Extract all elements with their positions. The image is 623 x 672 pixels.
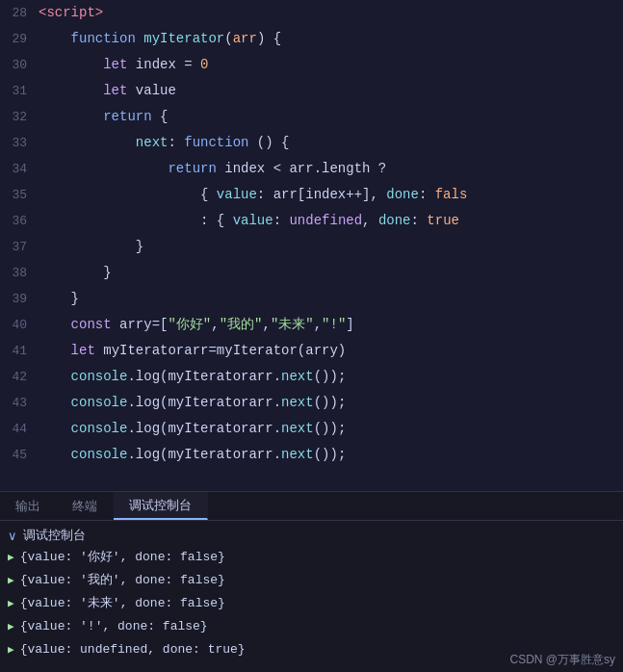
token-plain: value (127, 83, 175, 98)
tab-debug-console[interactable]: 调试控制台 (114, 492, 208, 520)
code-content: function myIterator(arr) { (39, 26, 281, 51)
editor-area: 28<script>29 function myIterator(arr) {3… (0, 0, 623, 491)
token-kw-let: let (71, 343, 95, 358)
token-plain: ()); (314, 421, 347, 436)
token-obj-key: value (233, 213, 273, 228)
code-content: console.log(myIteratorarr.next()); (39, 416, 346, 441)
console-line-text: {value: '!', done: false} (20, 616, 208, 637)
line-number: 36 (0, 209, 39, 234)
token-str: "未来" (271, 317, 314, 332)
token-indent (39, 187, 200, 202)
code-row: 31 let value (0, 78, 623, 104)
token-indent (39, 83, 103, 98)
code-content: const arry=["你好","我的","未来","!"] (39, 312, 354, 337)
code-row: 36 : { value: undefined, done: true (0, 208, 623, 234)
code-content: } (39, 234, 143, 259)
token-prop: next (136, 135, 169, 150)
line-number: 39 (0, 287, 39, 312)
line-number: 37 (0, 235, 39, 260)
token-obj-key: value (217, 187, 257, 202)
token-plain: , (211, 317, 219, 332)
line-number: 38 (0, 261, 39, 286)
token-kw-let: let (103, 83, 127, 98)
code-row: 45 console.log(myIteratorarr.next()); (0, 442, 623, 468)
code-row: 40 const arry=["你好","我的","未来","!"] (0, 312, 623, 338)
tab-terminal[interactable]: 终端 (57, 492, 114, 520)
token-indent (39, 239, 136, 254)
token-undefined-kw: undefined (289, 213, 362, 228)
console-output-line: ▶{value: '!', done: false} (0, 615, 623, 638)
token-kw: function (184, 135, 248, 150)
token-indent (39, 31, 71, 46)
line-number: 43 (0, 391, 39, 416)
token-param: arr (233, 31, 257, 46)
console-panel: ∨ 调试控制台 ▶{value: '你好', done: false}▶{val… (0, 521, 623, 672)
token-plain: , (362, 213, 378, 228)
code-row: 37 } (0, 234, 623, 260)
console-line-text: {value: '你好', done: false} (20, 547, 225, 568)
line-number: 41 (0, 339, 39, 364)
code-row: 32 return { (0, 104, 623, 130)
console-line-text: {value: '未来', done: false} (20, 593, 225, 614)
token-plain: index = (127, 57, 200, 72)
token-console-obj: console (71, 369, 128, 384)
token-method: next (281, 395, 314, 410)
console-arrow-icon: ▶ (8, 570, 14, 591)
token-indent (39, 369, 71, 384)
code-content: console.log(myIteratorarr.next()); (39, 390, 346, 415)
token-console-obj: console (71, 421, 128, 436)
token-plain: } (103, 265, 111, 280)
code-row: 39 } (0, 286, 623, 312)
token-plain: arry=[ (112, 317, 169, 332)
token-kw-return: return (168, 161, 216, 176)
token-console-obj: console (71, 447, 128, 462)
line-number: 30 (0, 53, 39, 78)
token-indent (39, 317, 71, 332)
token-bool-true: true (427, 213, 459, 228)
token-tag: <script> (39, 5, 103, 20)
code-content: } (39, 260, 112, 285)
token-kw-return: return (103, 109, 151, 124)
token-plain (136, 31, 143, 46)
token-kw-let: const (71, 317, 112, 332)
console-output: ▶{value: '你好', done: false}▶{value: '我的'… (0, 546, 623, 661)
token-plain: : arr[index++], (257, 187, 386, 202)
token-plain: : (168, 135, 184, 150)
line-number: 28 (0, 1, 39, 26)
line-number: 32 (0, 105, 39, 130)
code-row: 42 console.log(myIteratorarr.next()); (0, 364, 623, 390)
token-indent (39, 447, 71, 462)
token-obj-key: done (386, 187, 419, 202)
token-obj-key: done (378, 213, 411, 228)
code-content: console.log(myIteratorarr.next()); (39, 364, 346, 389)
token-kw: function (71, 31, 136, 46)
token-method: next (281, 447, 314, 462)
code-content: <script> (39, 0, 103, 25)
token-indent (39, 109, 103, 124)
code-row: 33 next: function () { (0, 130, 623, 156)
token-indent (39, 343, 71, 358)
token-str: "我的" (220, 317, 263, 332)
token-num: 0 (200, 57, 208, 72)
token-plain: : { (200, 213, 233, 228)
code-content: let value (39, 78, 176, 103)
token-indent (39, 213, 200, 228)
token-str: "!" (322, 317, 346, 332)
tab-output[interactable]: 输出 (0, 492, 57, 520)
chevron-icon: ∨ (8, 529, 17, 543)
token-plain: } (136, 239, 143, 254)
code-row: 41 let myIteratorarr=myIterator(arry) (0, 338, 623, 364)
line-number: 34 (0, 157, 39, 182)
token-bool-false: fals (435, 187, 468, 202)
code-content: console.log(myIteratorarr.next()); (39, 442, 346, 467)
token-plain: ()); (314, 395, 347, 410)
token-plain: index < arr.length ? (217, 161, 386, 176)
line-number: 33 (0, 131, 39, 156)
code-row: 35 { value: arr[index++], done: fals (0, 182, 623, 208)
token-plain: .log(myIteratorarr. (127, 369, 281, 384)
console-header-row: ∨ 调试控制台 (0, 525, 623, 546)
console-arrow-icon: ▶ (8, 639, 14, 660)
code-row: 43 console.log(myIteratorarr.next()); (0, 390, 623, 416)
watermark: CSDN @万事胜意sy (509, 652, 615, 668)
code-row: 38 } (0, 260, 623, 286)
